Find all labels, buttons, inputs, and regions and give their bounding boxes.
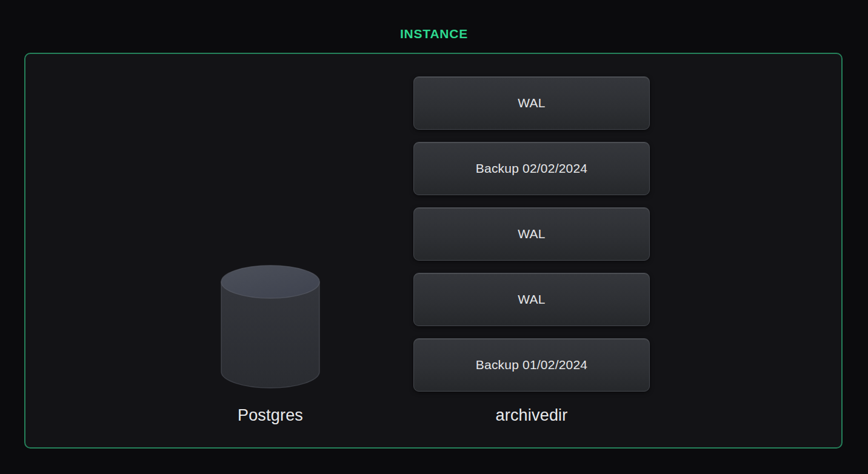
backup-box: Backup 01/02/2024	[413, 338, 650, 392]
wal-box: WAL	[413, 273, 650, 326]
instance-title: INSTANCE	[0, 27, 868, 41]
database-cylinder-icon	[219, 264, 321, 390]
instance-boundary: WALBackup 02/02/2024WALWALBackup 01/02/2…	[24, 53, 843, 449]
archive-stack: WALBackup 02/02/2024WALWALBackup 01/02/2…	[413, 76, 650, 392]
archivedir-label: archivedir	[441, 406, 623, 425]
postgres-label: Postgres	[179, 406, 361, 425]
diagram-canvas: INSTANCE WALBackup 02/02	[0, 0, 868, 474]
backup-box: Backup 02/02/2024	[413, 142, 650, 195]
wal-box: WAL	[413, 76, 650, 130]
wal-box: WAL	[413, 207, 650, 261]
postgres-node	[219, 264, 321, 390]
